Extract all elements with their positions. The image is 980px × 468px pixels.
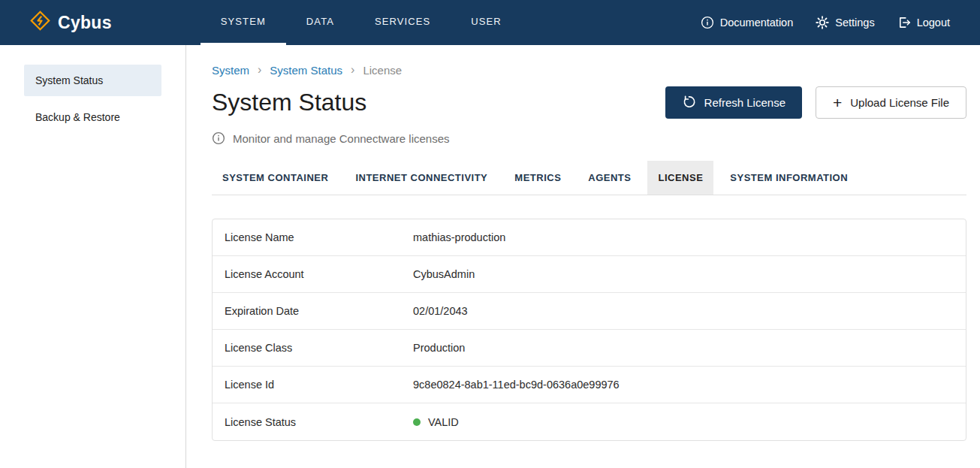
- nav-link-settings[interactable]: Settings: [816, 16, 874, 29]
- cybus-logo-icon: [30, 11, 50, 35]
- main-content: System›System Status›License System Stat…: [186, 45, 980, 468]
- breadcrumb-system[interactable]: System: [212, 64, 249, 77]
- tab-agents[interactable]: AGENTS: [577, 161, 641, 195]
- sidebar: System StatusBackup & Restore: [0, 45, 186, 468]
- gear-icon: [816, 16, 829, 29]
- table-row-license-account: License AccountCybusAdmin: [213, 256, 966, 293]
- page-subtitle-row: Monitor and manage Connectware licenses: [212, 131, 966, 145]
- row-value-text: mathias-production: [413, 231, 505, 243]
- nav-item-system[interactable]: SYSTEM: [201, 0, 286, 45]
- row-label: License Name: [225, 231, 413, 243]
- row-value-text: VALID: [428, 416, 459, 428]
- tab-system-container[interactable]: SYSTEM CONTAINER: [212, 161, 339, 195]
- row-value: CybusAdmin: [413, 268, 475, 280]
- nav-link-logout[interactable]: Logout: [897, 16, 950, 29]
- breadcrumb-license: License: [363, 64, 402, 77]
- top-navbar: Cybus SYSTEMDATASERVICESUSER Documentati…: [0, 0, 980, 45]
- status-valid-dot-icon: [413, 418, 421, 426]
- row-label: License Class: [225, 342, 413, 354]
- nav-item-services[interactable]: SERVICES: [354, 0, 451, 45]
- row-label: License Status: [225, 416, 413, 428]
- breadcrumb-system-status[interactable]: System Status: [270, 64, 342, 77]
- nav-link-documentation[interactable]: Documentation: [701, 16, 794, 29]
- tab-system-information[interactable]: SYSTEM INFORMATION: [719, 161, 858, 195]
- main-nav: SYSTEMDATASERVICESUSER: [201, 0, 522, 45]
- brand-home-link[interactable]: Cybus: [30, 0, 112, 45]
- page-title: System Status: [212, 89, 366, 116]
- nav-link-label-logout: Logout: [917, 17, 950, 29]
- license-details-table: License Namemathias-productionLicense Ac…: [212, 219, 966, 441]
- refresh-icon: [682, 95, 696, 111]
- navbar-utility-links: DocumentationSettingsLogout: [701, 0, 950, 45]
- row-label: Expiration Date: [225, 305, 413, 317]
- page-subtitle: Monitor and manage Connectware licenses: [233, 132, 450, 145]
- sidebar-item-system-status[interactable]: System Status: [24, 65, 161, 96]
- nav-item-user[interactable]: USER: [451, 0, 522, 45]
- refresh-license-button[interactable]: Refresh License: [665, 86, 802, 119]
- row-value: mathias-production: [413, 231, 505, 243]
- tab-metrics[interactable]: METRICS: [504, 161, 571, 195]
- table-row-license-name: License Namemathias-production: [213, 219, 966, 256]
- nav-link-label-documentation: Documentation: [720, 17, 794, 29]
- row-value: Production: [413, 342, 465, 354]
- breadcrumb-separator-icon: ›: [351, 63, 354, 77]
- row-value-text: Production: [413, 342, 465, 354]
- upload-license-label: Upload License File: [850, 96, 949, 109]
- logout-icon: [897, 16, 911, 29]
- row-value-text: 02/01/2043: [413, 305, 468, 317]
- tab-internet-connectivity[interactable]: INTERNET CONNECTIVITY: [345, 161, 498, 195]
- tab-license[interactable]: LICENSE: [647, 161, 713, 195]
- plus-icon: +: [833, 95, 842, 110]
- row-value: 02/01/2043: [413, 305, 468, 317]
- row-value-text: CybusAdmin: [413, 268, 475, 280]
- tab-bar: SYSTEM CONTAINERINTERNET CONNECTIVITYMET…: [212, 161, 966, 195]
- table-row-license-status: License StatusVALID: [213, 403, 966, 440]
- row-label: License Account: [225, 268, 413, 280]
- page-header: System Status Refresh License + Upload L…: [212, 86, 966, 119]
- info-icon: [212, 131, 225, 145]
- page-actions: Refresh License + Upload License File: [665, 86, 966, 119]
- row-value: VALID: [413, 416, 459, 428]
- breadcrumb: System›System Status›License: [212, 63, 966, 77]
- refresh-license-label: Refresh License: [704, 96, 786, 109]
- sidebar-item-backup-restore[interactable]: Backup & Restore: [24, 101, 161, 133]
- brand-name: Cybus: [58, 13, 112, 33]
- nav-item-data[interactable]: DATA: [286, 0, 354, 45]
- nav-link-label-settings: Settings: [835, 17, 874, 29]
- table-row-expiration-date: Expiration Date02/01/2043: [213, 293, 966, 330]
- info-icon: [701, 16, 714, 29]
- row-value-text: 9c8e0824-8ab1-11ed-bc9d-0636a0e99976: [413, 379, 620, 391]
- app-shell: System StatusBackup & Restore System›Sys…: [0, 45, 980, 468]
- table-row-license-class: License ClassProduction: [213, 330, 966, 367]
- upload-license-button[interactable]: + Upload License File: [816, 86, 966, 119]
- row-label: License Id: [225, 379, 413, 391]
- table-row-license-id: License Id9c8e0824-8ab1-11ed-bc9d-0636a0…: [213, 367, 966, 403]
- breadcrumb-separator-icon: ›: [258, 63, 261, 77]
- row-value: 9c8e0824-8ab1-11ed-bc9d-0636a0e99976: [413, 379, 620, 391]
